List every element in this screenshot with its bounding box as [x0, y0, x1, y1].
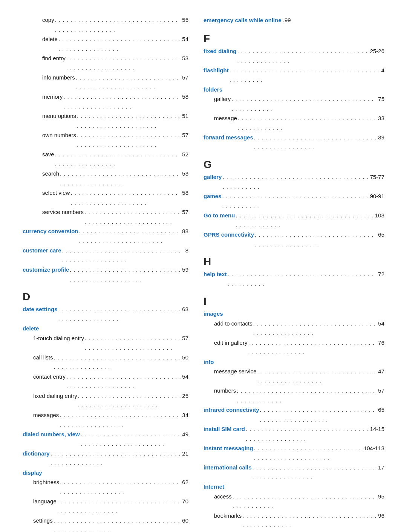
entry-label: info [204, 357, 214, 367]
index-entry: delete [23, 324, 188, 333]
entry-pagenum: 70 [182, 497, 188, 506]
entry-dots: . . . . . . . . . . . . . . . . . . . . … [81, 430, 182, 449]
entry-dots: . . . . . . . . . . . . . . . . . . . . … [254, 133, 378, 152]
entry-label: Go to menu [204, 211, 235, 220]
entry-dots: . . . . . . . . . . . . . . . . . . . . … [237, 46, 369, 66]
entry-dots: . . . . . . . . . . . . . . . . . . . . … [233, 492, 378, 511]
entry-pagenum: 90-91 [370, 191, 384, 201]
entry-label: contact entry [33, 372, 66, 382]
index-entry: add to contacts . . . . . . . . . . . . … [204, 319, 384, 338]
index-entry: forward messages . . . . . . . . . . . .… [204, 133, 384, 152]
entry-pagenum: 34 [182, 410, 188, 420]
entry-pagenum: 57 [378, 386, 384, 396]
entry-label: gallery [204, 172, 222, 182]
index-entry: options . . . . . . . . . . . . . . . . … [204, 530, 384, 532]
entry-pagenum: 54 [182, 34, 188, 44]
right-column: emergency calls while online.99Ffixed di… [204, 15, 384, 532]
index-entry: call lists . . . . . . . . . . . . . . .… [23, 353, 188, 372]
entry-label: message service [214, 367, 257, 376]
index-entry: display [23, 468, 188, 478]
entry-dots: . . . . . . . . . . . . . . . . . . . . … [248, 338, 377, 357]
entry-pagenum: 39 [378, 133, 384, 142]
index-entry: date settings . . . . . . . . . . . . . … [23, 304, 188, 324]
index-entry: info [204, 357, 384, 367]
entry-label: brightness [33, 477, 59, 487]
entry-pagenum: 47 [378, 367, 384, 376]
entry-dots: . . . . . . . . . . . . . . . . . . . . … [58, 304, 182, 324]
entry-pagenum: 60 [182, 516, 188, 526]
entry-dots: . . . . . . . . . . . . . . . . . . . . … [70, 265, 181, 284]
index-entry: search . . . . . . . . . . . . . . . . .… [23, 169, 188, 188]
entry-label: customize profile [23, 265, 69, 275]
entry-pagenum: 76 [378, 338, 384, 348]
entry-label: language [33, 497, 57, 506]
entry-label: folders [204, 85, 222, 95]
emergency-calls-pagenum: .99 [283, 15, 291, 26]
entry-label: international calls [204, 463, 252, 472]
entry-pagenum: 95 [378, 492, 384, 501]
entry-pagenum: 21 [182, 449, 188, 459]
entry-label: display [23, 468, 42, 478]
section-header-g: G [204, 159, 384, 171]
index-entry: memory . . . . . . . . . . . . . . . . .… [23, 92, 188, 111]
entry-dots: . . . . . . . . . . . . . . . . . . . . … [260, 405, 378, 424]
index-entry: customer care . . . . . . . . . . . . . … [23, 246, 188, 265]
index-entry: message . . . . . . . . . . . . . . . . … [204, 113, 384, 133]
entry-pagenum: 49 [182, 430, 188, 439]
entry-dots: . . . . . . . . . . . . . . . . . . . . … [55, 15, 182, 34]
index-entry: folders [204, 85, 384, 95]
entry-dots: . . . . . . . . . . . . . . . . . . . . … [252, 463, 378, 482]
entry-label: access [214, 492, 232, 501]
entry-dots: . . . . . . . . . . . . . . . . . . . . … [54, 516, 182, 532]
entry-label: menu options [42, 111, 76, 121]
index-entry: instant messaging . . . . . . . . . . . … [204, 443, 384, 463]
entry-pagenum: 65 [378, 230, 384, 240]
entry-label: copy [42, 15, 54, 25]
page-content: copy . . . . . . . . . . . . . . . . . .… [23, 15, 384, 532]
entry-pagenum: 75-77 [370, 172, 384, 182]
entry-pagenum: 4 [381, 66, 384, 75]
index-entry: GPRS connectivity . . . . . . . . . . . … [204, 230, 384, 249]
index-entry: edit in gallery . . . . . . . . . . . . … [204, 338, 384, 357]
entry-pagenum: 14-15 [370, 424, 384, 434]
index-entry: numbers . . . . . . . . . . . . . . . . … [204, 386, 384, 405]
entry-dots: . . . . . . . . . . . . . . . . . . . . … [254, 443, 363, 463]
index-entry: infrared connectivity . . . . . . . . . … [204, 405, 384, 424]
entry-pagenum: 53 [182, 54, 188, 63]
entry-dots: . . . . . . . . . . . . . . . . . . . . … [54, 353, 182, 372]
entry-pagenum: 88 [182, 226, 188, 236]
index-entry: access . . . . . . . . . . . . . . . . .… [204, 492, 384, 511]
index-entry: flashlight . . . . . . . . . . . . . . .… [204, 66, 384, 85]
entry-dots: . . . . . . . . . . . . . . . . . . . . … [84, 207, 181, 226]
entry-pagenum: 8 [185, 246, 188, 255]
index-entry: install SIM card . . . . . . . . . . . .… [204, 424, 384, 443]
entry-label: instant messaging [204, 443, 253, 453]
entry-pagenum: 51 [182, 111, 188, 121]
entry-pagenum: 63 [182, 304, 188, 314]
entry-pagenum: 59 [182, 265, 188, 275]
index-entry: customize profile . . . . . . . . . . . … [23, 265, 188, 284]
entry-dots: . . . . . . . . . . . . . . . . . . . . … [257, 367, 378, 386]
index-entry: select view . . . . . . . . . . . . . . … [23, 188, 188, 207]
index-entry: international calls . . . . . . . . . . … [204, 463, 384, 482]
entry-dots: . . . . . . . . . . . . . . . . . . . . … [253, 319, 378, 338]
entry-dots: . . . . . . . . . . . . . . . . . . . . … [60, 410, 181, 430]
entry-pagenum: 62 [182, 477, 188, 487]
entry-pagenum: 25 [182, 391, 188, 401]
entry-pagenum: 53 [182, 169, 188, 179]
entry-pagenum: 58 [182, 92, 188, 102]
index-entry: save . . . . . . . . . . . . . . . . . .… [23, 150, 188, 169]
entry-dots: . . . . . . . . . . . . . . . . . . . . … [242, 511, 377, 530]
entry-label: edit in gallery [214, 338, 247, 348]
entry-dots: . . . . . . . . . . . . . . . . . . . . … [233, 530, 377, 532]
entry-dots: . . . . . . . . . . . . . . . . . . . . … [57, 497, 182, 516]
entry-label: own numbers [42, 130, 76, 140]
entry-dots: . . . . . . . . . . . . . . . . . . . . … [66, 372, 181, 391]
index-entry: messages . . . . . . . . . . . . . . . .… [23, 410, 188, 430]
entry-label: delete [23, 324, 39, 333]
entry-dots: . . . . . . . . . . . . . . . . . . . . … [62, 246, 185, 265]
entry-dots: . . . . . . . . . . . . . . . . . . . . … [77, 111, 181, 130]
entry-label: help text [204, 269, 227, 279]
entry-pagenum: 54 [378, 319, 384, 329]
section-header-h: H [204, 256, 384, 268]
